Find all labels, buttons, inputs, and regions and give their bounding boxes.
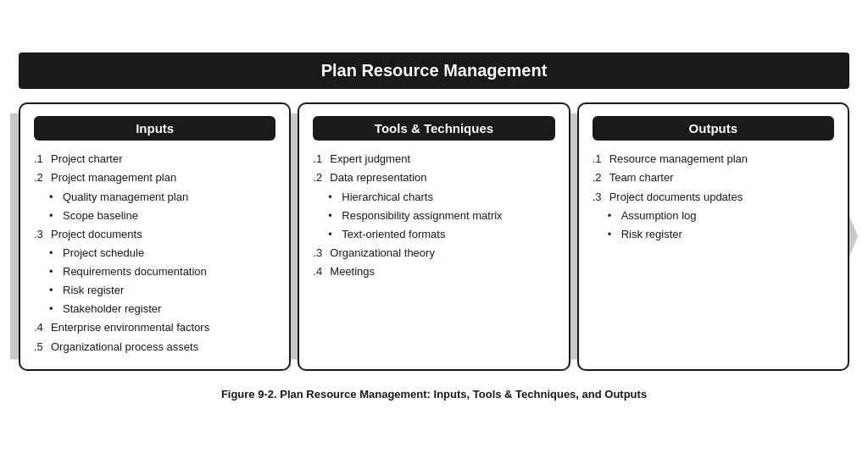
output-sub-3-1: • Assumption log: [608, 207, 834, 224]
bullet-icon: •: [49, 207, 59, 224]
input-sub-text-3-1: Project schedule: [63, 245, 144, 262]
input-sub-3-2: • Requirements documentation: [49, 263, 275, 280]
tool-text-1: Expert judgment: [330, 151, 410, 168]
input-num-5: .5: [34, 339, 47, 356]
tool-text-2: Data representation: [330, 169, 426, 186]
tool-sub-2-2: • Responsibility assignment matrix: [328, 207, 554, 224]
output-num-2: .2: [593, 169, 606, 186]
input-text-5: Organizational process assets: [51, 339, 198, 356]
input-text-3: Project documents: [51, 226, 142, 243]
output-item-3: .3 Project documents updates: [593, 189, 834, 206]
tool-item-1: .1 Expert judgment: [313, 151, 554, 168]
input-sub-3-1: • Project schedule: [49, 245, 275, 262]
output-num-3: .3: [593, 189, 606, 206]
input-num-4: .4: [34, 319, 47, 336]
tool-num-2: .2: [313, 169, 326, 186]
tool-num-3: .3: [313, 245, 326, 262]
outputs-panel: Outputs .1 Resource management plan .2 T…: [577, 102, 849, 371]
inputs-header: Inputs: [34, 116, 275, 141]
outputs-body: .1 Resource management plan .2 Team char…: [593, 151, 834, 243]
inputs-body: .1 Project charter .2 Project management…: [34, 151, 275, 356]
bullet-icon: •: [49, 263, 59, 280]
output-item-2: .2 Team charter: [593, 169, 834, 186]
tools-header: Tools & Techniques: [313, 116, 554, 141]
input-sub-text-2-1: Quality management plan: [63, 189, 188, 206]
input-sub-text-3-2: Requirements documentation: [63, 263, 207, 280]
output-text-2: Team charter: [609, 169, 674, 186]
input-sub-text-3-3: Risk register: [63, 282, 124, 299]
bullet-icon: •: [49, 245, 59, 262]
input-sub-3-4: • Stakeholder register: [49, 301, 275, 318]
output-sub-text-3-1: Assumption log: [621, 207, 697, 224]
bullet-icon: •: [328, 189, 338, 206]
tool-text-4: Meetings: [330, 263, 375, 280]
output-text-1: Resource management plan: [609, 151, 748, 168]
input-sub-text-3-4: Stakeholder register: [63, 301, 161, 318]
tool-num-4: .4: [313, 263, 326, 280]
input-text-4: Enterprise environmental factors: [51, 319, 209, 336]
bullet-icon: •: [608, 207, 618, 224]
output-text-3: Project documents updates: [609, 189, 743, 206]
tool-sub-text-2-1: Hierarchical charts: [342, 189, 433, 206]
tools-panel: Tools & Techniques .1 Expert judgment .2…: [298, 102, 570, 371]
bullet-icon: •: [608, 226, 618, 243]
output-num-1: .1: [593, 151, 606, 168]
input-item-4: .4 Enterprise environmental factors: [34, 319, 275, 336]
input-sub-2-1: • Quality management plan: [49, 189, 275, 206]
input-sub-text-2-2: Scope baseline: [63, 207, 138, 224]
tool-sub-text-2-2: Responsibility assignment matrix: [342, 207, 502, 224]
input-item-3: .3 Project documents: [34, 226, 275, 243]
input-text-1: Project charter: [51, 151, 123, 168]
bullet-icon: •: [328, 226, 338, 243]
panels-row: Inputs .1 Project charter .2 Project man…: [19, 102, 849, 371]
figure-caption: Figure 9-2. Plan Resource Management: In…: [221, 388, 647, 401]
title-bar: Plan Resource Management: [19, 52, 849, 89]
bullet-icon: •: [49, 282, 59, 299]
tool-item-4: .4 Meetings: [313, 263, 554, 280]
bullet-icon: •: [49, 189, 59, 206]
input-num-1: .1: [34, 151, 47, 168]
input-item-5: .5 Organizational process assets: [34, 339, 275, 356]
outputs-header: Outputs: [593, 116, 834, 141]
tool-num-1: .1: [313, 151, 326, 168]
tool-sub-2-1: • Hierarchical charts: [328, 189, 554, 206]
tool-sub-text-2-3: Text-oriented formats: [342, 226, 445, 243]
input-num-2: .2: [34, 169, 47, 186]
page-wrapper: Plan Resource Management Inputs .1 Proje…: [19, 52, 849, 401]
input-sub-3-3: • Risk register: [49, 282, 275, 299]
input-text-2: Project management plan: [51, 169, 176, 186]
input-item-1: .1 Project charter: [34, 151, 275, 168]
output-item-1: .1 Resource management plan: [593, 151, 834, 168]
tool-item-3: .3 Organizational theory: [313, 245, 554, 262]
tool-text-3: Organizational theory: [330, 245, 435, 262]
bullet-icon: •: [49, 301, 59, 318]
bullet-icon: •: [328, 207, 338, 224]
output-sub-text-3-2: Risk register: [621, 226, 682, 243]
input-item-2: .2 Project management plan: [34, 169, 275, 186]
input-sub-2-2: • Scope baseline: [49, 207, 275, 224]
input-num-3: .3: [34, 226, 47, 243]
title-text: Plan Resource Management: [321, 61, 548, 80]
tool-sub-2-3: • Text-oriented formats: [328, 226, 554, 243]
tools-body: .1 Expert judgment .2 Data representatio…: [313, 151, 554, 280]
output-sub-3-2: • Risk register: [608, 226, 834, 243]
tool-item-2: .2 Data representation: [313, 169, 554, 186]
inputs-panel: Inputs .1 Project charter .2 Project man…: [19, 102, 291, 371]
